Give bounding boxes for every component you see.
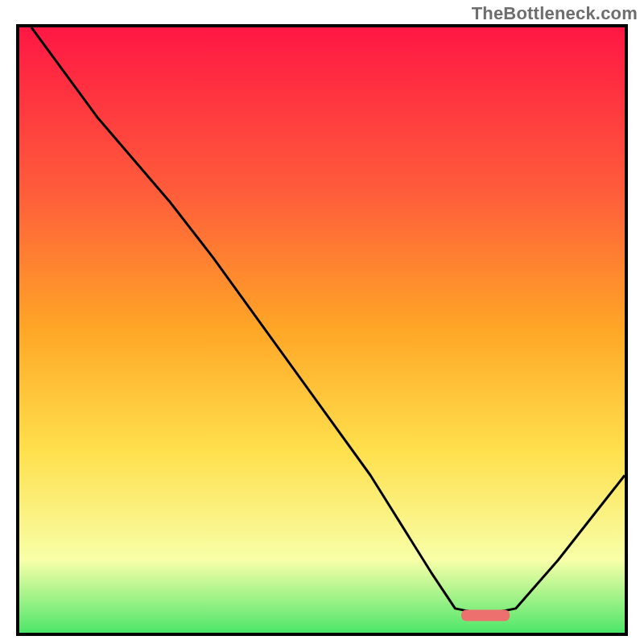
optimal-marker [461, 609, 510, 621]
gradient-background [19, 27, 625, 633]
chart-svg [19, 27, 625, 633]
plot-area [16, 24, 628, 636]
chart-frame: TheBottleneck.com [0, 0, 644, 644]
watermark-label: TheBottleneck.com [472, 3, 638, 24]
